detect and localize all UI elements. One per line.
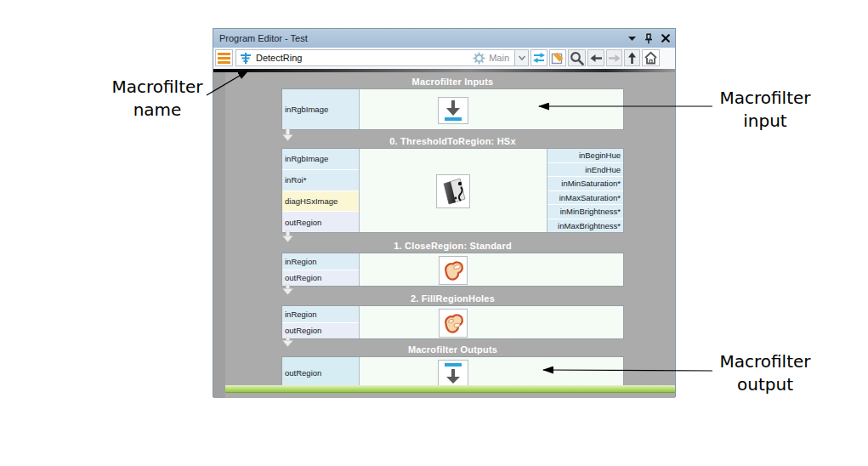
- region-blob-holes-icon: [440, 310, 466, 336]
- gear-icon: [473, 52, 485, 65]
- param-cell[interactable]: inMinBrightness*: [547, 205, 623, 219]
- param-cell[interactable]: inMinSaturation*: [547, 177, 623, 190]
- macrofilter-breadcrumb[interactable]: DetectRing Main: [235, 49, 529, 66]
- edit-button[interactable]: [549, 49, 566, 66]
- window-title: Program Editor - Test: [213, 33, 308, 43]
- edit-icon: [551, 51, 564, 65]
- port-cell[interactable]: inRoi*: [282, 170, 359, 190]
- port-cell[interactable]: inRegion: [282, 253, 359, 270]
- chevron-down-icon: [628, 37, 636, 41]
- context-dropdown-button[interactable]: [514, 50, 528, 65]
- swap-arrows-icon: [532, 52, 546, 64]
- arrow-out-of-bar-icon: [439, 361, 468, 386]
- close-button[interactable]: [659, 29, 672, 48]
- macrofilter-input-icon[interactable]: [438, 97, 468, 124]
- block-body[interactable]: [360, 357, 623, 388]
- port-cell[interactable]: inRgbImage: [282, 149, 359, 169]
- forward-button[interactable]: [606, 49, 622, 66]
- pin-icon: [644, 33, 653, 44]
- param-cell[interactable]: inMaxBrightness*: [547, 219, 623, 233]
- program-canvas[interactable]: Macrofilter Inputs inRgbImage 0. T: [213, 72, 675, 398]
- sync-view-button[interactable]: [530, 49, 547, 66]
- macrofilter-inputs-block[interactable]: Macrofilter Inputs inRgbImage: [281, 77, 624, 130]
- macrofilter-name-callout: Macrofilter name: [88, 76, 227, 122]
- arrow-into-bar-icon: [439, 98, 468, 123]
- macrofilter-outputs-block[interactable]: Macrofilter Outputs outRegion: [281, 344, 624, 389]
- program-end-bar: [225, 385, 675, 393]
- up-button[interactable]: [624, 49, 640, 66]
- port-cell[interactable]: outRegion: [282, 357, 359, 388]
- home-button[interactable]: [642, 49, 660, 66]
- pin-button[interactable]: [642, 29, 655, 48]
- filter-block-close-region[interactable]: 1. CloseRegion: Standard inRegion outReg…: [281, 241, 624, 287]
- filter-block-threshold-to-region[interactable]: 0. ThresholdToRegion: HSx inRgbImage inR…: [281, 136, 624, 233]
- param-cell[interactable]: inBeginHue: [547, 149, 623, 162]
- chevron-down-icon: [517, 53, 527, 63]
- threshold-image-icon: [439, 177, 468, 206]
- block-header[interactable]: 1. CloseRegion: Standard: [281, 241, 624, 252]
- port-cell-diagnostic[interactable]: diagHSxImage: [282, 191, 359, 212]
- window-titlebar[interactable]: Program Editor - Test: [213, 29, 675, 48]
- close-region-icon[interactable]: [439, 256, 468, 285]
- search-icon: [570, 51, 584, 65]
- param-cell[interactable]: inEndHue: [547, 163, 623, 177]
- arrow-up-icon: [627, 52, 637, 65]
- block-header[interactable]: 0. ThresholdToRegion: HSx: [281, 136, 624, 147]
- port-cell[interactable]: inRgbImage: [282, 89, 359, 129]
- port-cell[interactable]: outRegion: [282, 270, 359, 287]
- arrow-left-icon: [590, 54, 603, 63]
- port-cell[interactable]: outRegion: [282, 323, 359, 339]
- macrofilter-output-callout: Macrofilter output: [695, 350, 835, 396]
- canvas-left-margin: [213, 72, 225, 398]
- block-header[interactable]: Macrofilter Outputs: [281, 344, 624, 355]
- port-cell[interactable]: inRegion: [282, 306, 359, 322]
- macrofilter-name-label: DetectRing: [256, 53, 302, 63]
- macrofilter-icon: [240, 52, 252, 65]
- block-body[interactable]: [360, 89, 623, 129]
- close-icon: [661, 34, 670, 43]
- block-body[interactable]: [360, 306, 623, 338]
- fill-region-holes-icon[interactable]: [439, 309, 468, 338]
- macrofilter-output-icon[interactable]: [438, 360, 468, 387]
- port-cell[interactable]: outRegion: [282, 212, 359, 232]
- context-label: Main: [489, 53, 509, 63]
- program-editor-toolbar: DetectRing Main: [213, 48, 675, 69]
- window-options-button[interactable]: [625, 29, 638, 48]
- filter-block-fill-region-holes[interactable]: 2. FillRegionHoles inRegion outRegion: [281, 293, 624, 339]
- region-blob-icon: [440, 258, 466, 283]
- program-editor-window: Program Editor - Test: [213, 28, 676, 397]
- block-header[interactable]: 2. FillRegionHoles: [281, 293, 624, 304]
- param-cell[interactable]: inMaxSaturation*: [547, 191, 623, 205]
- block-header[interactable]: Macrofilter Inputs: [281, 77, 624, 88]
- back-button[interactable]: [587, 49, 604, 66]
- program-menu-button[interactable]: [215, 49, 233, 66]
- arrow-right-icon: [608, 54, 621, 63]
- hamburger-menu-icon: [218, 53, 230, 64]
- block-body[interactable]: [360, 253, 623, 286]
- find-button[interactable]: [568, 49, 586, 66]
- home-icon: [644, 51, 658, 65]
- macrofilter-input-callout: Macrofilter input: [695, 87, 835, 133]
- threshold-filter-icon[interactable]: [436, 174, 470, 208]
